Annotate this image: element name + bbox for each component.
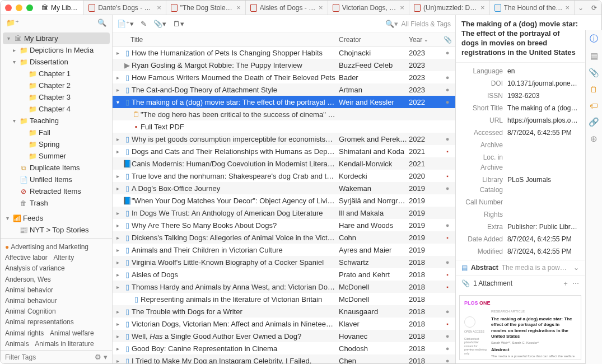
meta-row[interactable]: ISSN1932-6203 [456,90,585,102]
meta-row[interactable]: DOI10.1371/journal.pone.0261 … [456,77,585,90]
item-row[interactable]: ▯Representing animals in the literature … [113,293,455,305]
abstract-tab-icon[interactable]: ▤ [590,51,598,61]
tab-library[interactable]: 🏛 My Library [1,1,84,15]
tag[interactable]: Animal behavior [5,286,53,294]
col-attachment[interactable]: 📎 [440,36,455,44]
maximize-window-icon[interactable] [26,4,33,11]
meta-row[interactable]: ExtraPublisher: Public Library of Scienc… [456,221,585,233]
item-row[interactable]: ▸▯The Cat-and-Dog Theory of Attachment S… [113,83,455,96]
twisty-icon[interactable]: ▸ [113,185,123,192]
item-row[interactable]: ▸▯In Dogs We Trust: An Anthology of Amer… [113,207,455,219]
meta-row[interactable]: Rights [456,208,585,221]
item-row[interactable]: ▸▯True love and the nonhuman: Shakespear… [113,170,455,182]
tag[interactable]: Animal welfare [50,329,94,337]
twisty-icon[interactable]: ▸ [113,87,123,93]
doc-tab[interactable]: "The Dog Stole the× [166,1,246,15]
tag[interactable]: Animals [5,340,29,348]
twisty-icon[interactable]: ▸ [113,50,123,56]
twisty-icon[interactable]: ▸ [113,272,123,278]
twisty-icon[interactable]: ▸ [113,259,123,265]
tree-item[interactable]: 📁Chapter 4 [1,103,112,115]
meta-row[interactable]: Modified8/7/2024, 6:42:55 PM [456,245,585,258]
tag[interactable]: Animal representations [5,318,74,326]
tag[interactable]: Analysis of variance [5,264,65,272]
item-row[interactable]: ▪Full Text PDF [113,120,455,133]
tree-item[interactable]: 📁Fall [1,127,112,138]
meta-row[interactable]: Accessed8/7/2024, 6:42:55 PM [456,127,585,139]
tag[interactable]: Animals in literature [35,340,94,348]
twisty-icon[interactable]: ▸ [113,247,123,253]
tree-item[interactable]: 📁Spring [1,138,112,150]
tag[interactable]: Affective labor [5,254,48,262]
close-window-icon[interactable] [5,4,12,11]
doc-tab[interactable]: Aisles of Dogs - Pra× [246,1,328,15]
filter-menu-icon[interactable]: ⚙ ▾ [95,353,108,361]
item-row[interactable]: ▸▯Well, Has a Single Good Author Ever Ow… [113,330,455,342]
item-row[interactable]: ▸▯Aisles of DogsPrato and Kehrt2018▪ [113,268,455,281]
meta-row[interactable]: Archive [456,139,585,151]
doc-tab[interactable]: Victorian Dogs, Vict× [328,1,409,15]
meta-row[interactable]: Call Number [456,196,585,208]
tree-item[interactable]: 📁Chapter 1 [1,68,112,80]
tree-item[interactable]: ⧉Duplicate Items [1,162,112,174]
item-row[interactable]: ▸▯Why Are There So Many Books About Dogs… [113,219,455,231]
twisty-icon[interactable]: ▾ [5,35,12,41]
item-row[interactable]: ▸▯Dickens's Talking Dogs: Allegories of … [113,231,455,244]
attachments-tab-icon[interactable]: 📎 [589,68,599,78]
col-year[interactable]: Year⌄ [409,36,440,44]
item-row[interactable]: ▸▯Animals and Their Children in Victoria… [113,244,455,256]
item-row[interactable]: ▸▯Thomas Hardy and Animals by Anna West,… [113,281,455,293]
tree-feed-item[interactable]: 📰 NYT > Top Stories [1,224,112,236]
attachment-preview[interactable]: PLOS ONE OPEN ACCESS Citation text place… [459,295,581,360]
tree-feeds[interactable]: ▾ 📶 Feeds [1,212,112,224]
twisty-icon[interactable]: ▸ [113,358,123,364]
tree-item[interactable]: ⊘Retracted Items [1,185,112,197]
tag[interactable]: Alterity [54,254,74,262]
new-collection-icon[interactable]: 📁⁺ [6,18,19,27]
notes-tab-icon[interactable]: 🗒 [590,85,598,94]
expand-icon[interactable]: ⌄ [573,264,579,272]
item-row[interactable]: ▸▯How Famous Writers Mourned the Death o… [113,71,455,83]
filter-tags-input[interactable] [5,353,95,361]
meta-row[interactable]: Short TitleThe making of a (dog) mo … [456,102,585,114]
new-item-icon[interactable]: 📄⁺▾ [117,20,134,28]
attachment-menu-icon[interactable]: ⋯ [572,279,579,287]
tree-item[interactable]: ▾📁Dissertation [1,56,112,68]
close-tab-icon[interactable]: × [236,3,241,12]
doc-tab[interactable]: (Un)muzzled: Dogs× [409,1,490,15]
item-row[interactable]: ▸▯I Tried to Make My Dog an Instagram Ce… [113,354,455,363]
twisty-icon[interactable]: ▸ [113,309,123,315]
tags-tab-icon[interactable]: 🏷 [590,101,598,110]
twisty-icon[interactable]: ▸ [113,136,123,142]
item-row[interactable]: ▸▯Why is pet goods consumption impercept… [113,133,455,145]
col-creator[interactable]: Creator [339,36,409,44]
twisty-icon[interactable]: ▸ [113,148,123,155]
twisty-icon[interactable]: ▸ [113,210,123,216]
tag[interactable]: Animal rights [5,329,44,337]
twisty-icon[interactable]: ▾ [4,215,11,221]
locate-tab-icon[interactable]: ⊕ [590,134,598,144]
item-row[interactable]: 📘"When Your Dog Matches Your Decor": Obj… [113,194,455,207]
tag[interactable]: Advertising and Marketing [5,243,88,251]
tree-item[interactable]: ▾📁Teaching [1,115,112,127]
item-row[interactable]: ▸▯Virginia Woolf's Little-Known Biograph… [113,256,455,268]
close-tab-icon[interactable]: × [400,3,404,12]
col-title[interactable]: Title [113,36,339,44]
twisty-icon[interactable]: ▾ [113,99,123,105]
twisty-icon[interactable]: ▾ [11,118,17,124]
item-row[interactable]: ▸▯How the Humanization of Pets Is Changi… [113,46,455,59]
tree-item[interactable]: 📄Unfiled Items [1,174,112,185]
item-row[interactable]: ▾▯The making of a (dog) movie star: The … [113,96,455,108]
collection-search-icon[interactable]: 🔍 [97,18,106,27]
info-tab-icon[interactable]: ⓘ [590,34,598,44]
tag[interactable]: Anderson, Wes [5,276,51,283]
twisty-icon[interactable]: ▸ [113,222,123,228]
wand-icon[interactable]: ✎ [141,20,147,28]
doc-tab[interactable]: Dante's Dogs - Man× [84,1,166,15]
item-row[interactable]: 📘Canis Modernis: Human/Dog Coevolution i… [113,157,455,170]
close-tab-icon[interactable]: × [565,3,570,12]
meta-row[interactable]: Loc. in Archive [456,151,585,174]
tree-item[interactable]: 📁Chapter 3 [1,91,112,103]
attachment-menu-icon[interactable]: 📎▾ [153,20,166,28]
close-tab-icon[interactable]: × [319,3,323,12]
